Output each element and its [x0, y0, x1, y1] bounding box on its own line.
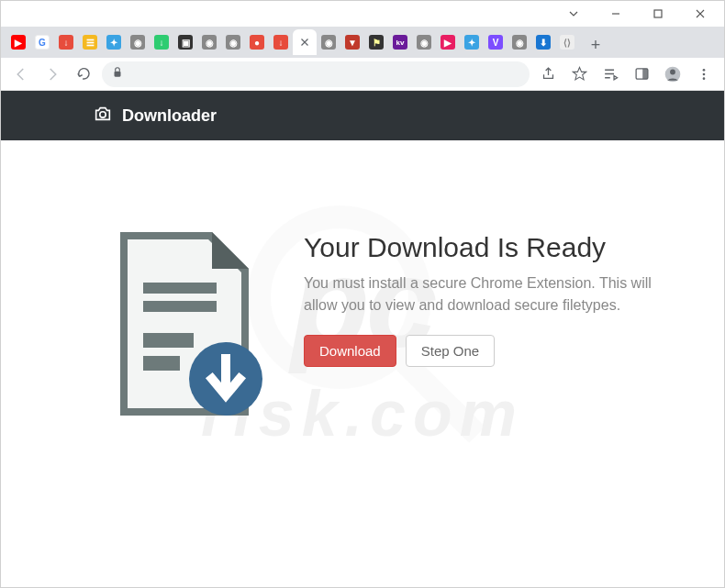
hero-title: Your Download Is Ready: [304, 232, 669, 263]
svg-rect-14: [143, 301, 217, 312]
tab-16[interactable]: ⚑: [364, 29, 388, 55]
svg-point-6: [670, 69, 675, 74]
close-tab-icon[interactable]: [298, 36, 311, 49]
site-info-icon[interactable]: [111, 66, 124, 83]
tab-3[interactable]: ↓: [54, 29, 78, 55]
browser-toolbar: [1, 58, 724, 91]
tab-12[interactable]: ↓: [269, 29, 293, 55]
tab-active[interactable]: [293, 29, 317, 55]
tab-google[interactable]: G: [30, 29, 54, 55]
tab-6[interactable]: ◉: [126, 29, 150, 55]
page-header: Downloader: [1, 91, 724, 140]
tab-11[interactable]: ●: [245, 29, 269, 55]
menu-icon[interactable]: [691, 61, 717, 87]
tab-22[interactable]: ◉: [508, 29, 531, 55]
download-button[interactable]: Download: [304, 335, 396, 367]
step-one-button[interactable]: Step One: [406, 335, 495, 367]
tab-19[interactable]: ▶: [436, 29, 460, 55]
tab-4[interactable]: ☰: [78, 29, 102, 55]
tab-21[interactable]: V: [484, 29, 508, 55]
close-button[interactable]: [680, 1, 720, 27]
back-button[interactable]: [8, 61, 34, 87]
tab-7[interactable]: ↓: [150, 29, 173, 55]
forward-button[interactable]: [39, 61, 65, 87]
sidepanel-icon[interactable]: [629, 61, 654, 87]
svg-rect-2: [115, 71, 121, 76]
hero-text: Your Download Is Ready You must install …: [304, 223, 669, 428]
profile-icon[interactable]: [660, 61, 686, 87]
tab-youtube[interactable]: ▶: [6, 29, 30, 55]
tab-10[interactable]: ◉: [221, 29, 245, 55]
tab-14[interactable]: ◉: [317, 29, 340, 55]
svg-rect-1: [654, 10, 662, 17]
dropdown-button[interactable]: [553, 1, 594, 27]
playlist-icon[interactable]: [597, 61, 623, 87]
page-content: pc risk.com Downloader: [1, 91, 724, 587]
tab-8[interactable]: ▣: [173, 29, 197, 55]
hero-subtitle: You must install a secure Chrome Extensi…: [304, 272, 652, 316]
button-row: Download Step One: [304, 335, 669, 367]
tab-20[interactable]: ✦: [460, 29, 484, 55]
svg-point-8: [703, 72, 706, 75]
share-icon[interactable]: [535, 61, 561, 87]
minimize-button[interactable]: [596, 1, 636, 27]
svg-rect-15: [143, 333, 194, 348]
svg-point-7: [703, 69, 706, 72]
bookmark-icon[interactable]: [566, 61, 592, 87]
document-download-icon: [102, 223, 267, 428]
new-tab-button[interactable]: +: [583, 32, 608, 58]
svg-rect-13: [143, 283, 217, 294]
window-titlebar: [1, 1, 724, 27]
tab-list: ▶ G ↓ ☰ ✦ ◉ ↓ ▣ ◉ ◉ ● ↓ ◉ ▼ ⚑ kv ◉ ▶ ✦ V…: [6, 27, 579, 58]
tab-15[interactable]: ▼: [340, 29, 364, 55]
hero-section: Your Download Is Ready You must install …: [1, 140, 724, 428]
tab-9[interactable]: ◉: [197, 29, 221, 55]
tab-24[interactable]: ⟨⟩: [555, 29, 579, 55]
svg-rect-4: [642, 69, 648, 79]
tab-17[interactable]: kv: [388, 29, 412, 55]
browser-window: ▶ G ↓ ☰ ✦ ◉ ↓ ▣ ◉ ◉ ● ↓ ◉ ▼ ⚑ kv ◉ ▶ ✦ V…: [0, 0, 725, 588]
address-bar[interactable]: [102, 61, 530, 87]
svg-point-9: [703, 77, 706, 80]
tab-strip: ▶ G ↓ ☰ ✦ ◉ ↓ ▣ ◉ ◉ ● ↓ ◉ ▼ ⚑ kv ◉ ▶ ✦ V…: [1, 27, 724, 58]
tab-18[interactable]: ◉: [412, 29, 436, 55]
reload-button[interactable]: [71, 61, 96, 87]
svg-rect-16: [143, 356, 180, 371]
tab-5[interactable]: ✦: [102, 29, 126, 55]
brand-label: Downloader: [122, 106, 217, 126]
svg-point-12: [100, 112, 106, 117]
camera-icon: [93, 104, 113, 128]
maximize-button[interactable]: [638, 1, 678, 27]
tab-23[interactable]: ⬇: [531, 29, 555, 55]
